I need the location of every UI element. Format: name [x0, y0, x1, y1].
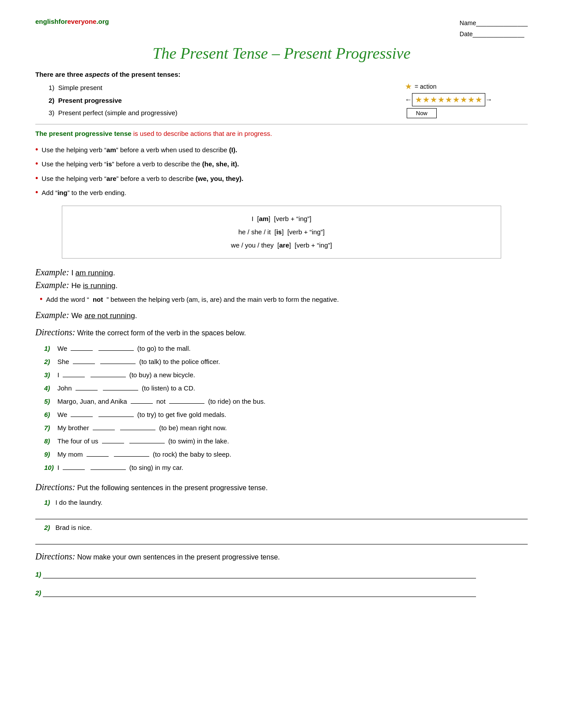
timeline-diagram: ★ = action ← ★ ★ ★ ★ ★ ★ ★ ★ ★ → Now: [405, 82, 492, 118]
exercise-item-2: 2) She (to talk) to the police officer.: [44, 355, 528, 368]
example-1: Example: I am running.: [35, 267, 528, 278]
formula-line-3: we / you / they [are] [verb + “ing”]: [71, 239, 492, 252]
exercise-item-7: 7) My brother (to be) mean right now.: [44, 421, 528, 435]
left-arrow-icon: ←: [405, 96, 412, 104]
exercise-item-6: 6) We (to try) to get five gold medals.: [44, 408, 528, 421]
right-arrow-icon: →: [485, 96, 492, 104]
ppt-description: The present progressive tense is used to…: [35, 130, 528, 137]
section-divider: [35, 124, 528, 124]
bullet-list: Use the helping verb “am” before a verb …: [35, 143, 528, 200]
formula-line-2: he / she / it [is] [verb + “ing”]: [71, 225, 492, 239]
bullet-4: Add “ing” to the verb ending.: [35, 185, 528, 199]
rewrite-section: 1) I do the laundry. 2) Brad is nice.: [35, 499, 528, 544]
exercise-item-10: 10) I (to sing) in my car.: [44, 461, 528, 474]
directions-3: Directions: Now make your own sentences …: [35, 552, 528, 562]
star-label: ★ = action: [405, 82, 436, 91]
exercise-item-8: 8) The four of us (to swim) in the lake.: [44, 435, 528, 448]
name-date-area: Name_______________ Date_______________: [460, 18, 528, 40]
header: englishforeveryone.org Name_____________…: [35, 18, 528, 40]
aspect-3: 3) Present perfect (simple and progressi…: [49, 107, 178, 120]
stars-box: ★ ★ ★ ★ ★ ★ ★ ★ ★: [412, 93, 485, 106]
now-box: Now: [407, 108, 437, 118]
date-field: Date_______________: [460, 29, 528, 40]
directions-2: Directions: Put the following sentences …: [35, 482, 528, 492]
site-domain: .org: [96, 18, 109, 25]
rewrite-2-answer-line[interactable]: [35, 534, 528, 544]
exercise-item-9: 9) My mom (to rock) the baby to sleep.: [44, 448, 528, 461]
site-link: englishforeveryone.org: [35, 18, 109, 26]
exercise-item-3: 3) I (to buy) a new bicycle.: [44, 368, 528, 382]
rewrite-1-sentence: 1) I do the laundry.: [35, 499, 528, 506]
ppt-label: The present progressive tense: [35, 130, 132, 137]
bullet-2: Use the helping verb “is” before a verb …: [35, 157, 528, 171]
ppt-desc-text: is used to describe actions that are in …: [133, 130, 272, 137]
own-sentence-2-line[interactable]: [43, 587, 476, 597]
aspects-area: 1) Simple present 2) Present progressive…: [35, 82, 528, 120]
directions-1: Directions: Write the correct form of th…: [35, 327, 528, 338]
exercise-item-1: 1) We (to go) to the mall.: [44, 342, 528, 355]
own-sentence-2: 2): [35, 587, 528, 597]
bullet-1: Use the helping verb “am” before a verb …: [35, 143, 528, 157]
timeline-row: ← ★ ★ ★ ★ ★ ★ ★ ★ ★ →: [405, 93, 492, 106]
example-negative: Example: We are not running.: [35, 310, 528, 320]
star-icon: ★: [405, 82, 412, 91]
own-sentence-1: 1): [35, 569, 528, 578]
site-name-red: everyone: [68, 18, 97, 25]
page-title: The Present Tense – Present Progressive: [35, 44, 528, 63]
negative-note: Add the word “not” between the helping v…: [35, 295, 528, 304]
bullet-3: Use the helping verb “are” before a verb…: [35, 171, 528, 185]
rewrite-2-sentence: 2) Brad is nice.: [35, 524, 528, 531]
aspects-italic: aspects: [85, 71, 110, 78]
formula-box: I [am] [verb + “ing”] he / she / it [is]…: [62, 206, 501, 259]
own-sentence-1-line[interactable]: [43, 569, 476, 578]
name-field: Name_______________: [460, 18, 528, 29]
section-heading: There are three aspects of the present t…: [35, 71, 528, 78]
aspect-1: 1) Simple present: [49, 82, 178, 94]
exercise-item-4: 4) John (to listen) to a CD.: [44, 382, 528, 395]
aspects-list: 1) Simple present 2) Present progressive…: [35, 82, 178, 120]
site-name-black: englishfor: [35, 18, 68, 25]
exercise-list-1: 1) We (to go) to the mall. 2) She (to ta…: [35, 342, 528, 474]
example-2: Example: He is running.: [35, 280, 528, 290]
formula-line-1: I [am] [verb + “ing”]: [71, 212, 492, 225]
exercise-item-5: 5) Margo, Juan, and Anika not (to ride) …: [44, 395, 528, 408]
action-label: = action: [415, 83, 436, 90]
rewrite-1-answer-line[interactable]: [35, 509, 528, 519]
aspect-2: 2) Present progressive: [49, 94, 178, 107]
